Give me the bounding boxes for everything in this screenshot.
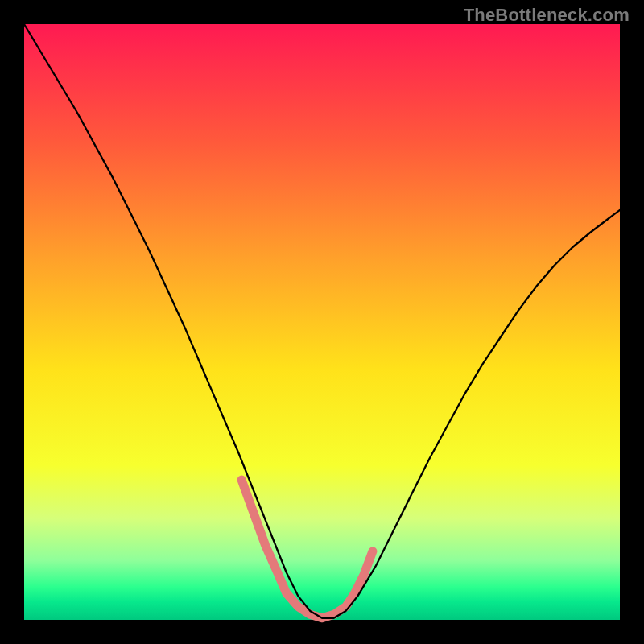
chart-frame: TheBottleneck.com	[0, 0, 644, 644]
watermark-text: TheBottleneck.com	[464, 5, 630, 26]
bottleneck-chart	[0, 0, 644, 644]
plot-background	[24, 24, 620, 620]
